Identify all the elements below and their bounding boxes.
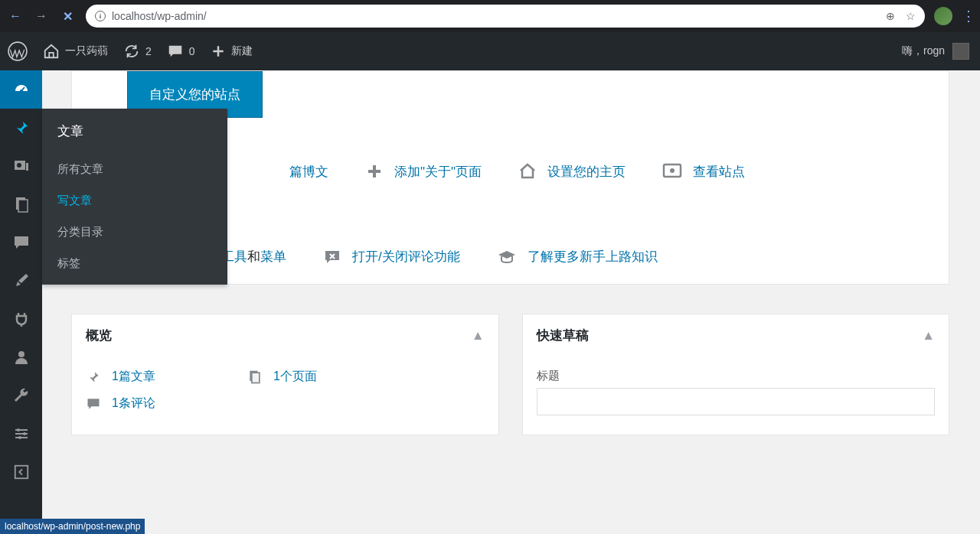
pin-icon [12,119,31,137]
svg-point-9 [17,428,20,431]
updates-count: 2 [145,45,152,57]
comment-off-icon [323,249,341,265]
toggle-comments-link[interactable]: 打开/关闭评论功能 [323,248,460,265]
address-bar[interactable]: localhost/wp-admin/ ⊕ ☆ [86,5,925,28]
site-info-icon[interactable] [95,11,106,21]
pin-icon [86,370,101,385]
browser-toolbar: ← → ✕ localhost/wp-admin/ ⊕ ☆ ⋮ [0,0,980,32]
view-site-link[interactable]: 查看站点 [662,163,745,181]
svg-rect-5 [26,163,28,171]
comment-icon [86,396,101,412]
comments-stat[interactable]: 1条评论 [86,396,485,412]
new-text: 新建 [231,44,253,58]
svg-rect-12 [15,466,28,479]
sidebar-comments[interactable] [0,223,42,262]
brush-icon [12,272,31,290]
collapse-icon [13,464,30,480]
dashboard-icon [12,80,31,99]
browser-status-bar: localhost/wp-admin/post-new.php [0,519,145,534]
more-actions-heading: 更多操作 [127,211,949,230]
quick-draft-header[interactable]: 快速草稿 ▲ [523,314,949,357]
plus-icon [211,44,226,59]
wrench-icon [12,386,31,405]
media-icon [12,157,31,175]
home-icon [518,162,537,181]
user-greeting: 嗨，rogn [902,44,945,58]
submenu-categories[interactable]: 分类目录 [42,217,227,248]
learn-more-link[interactable]: 了解更多新手上路知识 [497,248,658,265]
new-content-link[interactable]: 新建 [203,32,260,70]
quick-draft-panel: 快速草稿 ▲ 标题 [522,314,950,435]
pages-icon [12,195,31,213]
plugin-icon [12,310,31,328]
user-icon [12,348,31,366]
collapse-caret-icon: ▲ [472,328,485,344]
comment-icon [167,43,184,60]
sidebar-posts[interactable]: 文章 所有文章 写文章 分类目录 标签 [0,109,42,147]
refresh-icon [123,43,140,60]
overview-panel-header[interactable]: 概览 ▲ [72,314,498,357]
site-name-link[interactable]: 一只蒟蒻 [35,32,116,70]
svg-point-10 [23,432,26,435]
forward-button[interactable]: → [32,7,51,25]
sidebar-plugins[interactable] [0,300,42,338]
collapse-caret-icon: ▲ [922,328,935,344]
submenu-tags[interactable]: 标签 [42,248,227,285]
svg-rect-19 [252,373,260,383]
svg-point-4 [17,163,21,168]
comments-icon [12,233,31,252]
sidebar-collapse[interactable] [0,453,42,491]
posts-stat[interactable]: 1篇文章 [86,369,155,385]
sidebar-users[interactable] [0,338,42,376]
stop-button[interactable]: ✕ [58,7,77,25]
wordpress-icon [8,41,28,61]
write-post-link[interactable]: 篇博文 [289,163,328,181]
add-about-page-link[interactable]: 添加"关于"页面 [365,162,482,181]
site-name-text: 一只蒟蒻 [65,44,108,58]
submenu-title[interactable]: 文章 [42,109,227,154]
svg-point-14 [670,168,675,173]
svg-point-11 [18,436,21,439]
admin-sidebar: 文章 所有文章 写文章 分类目录 标签 [0,70,42,534]
sliders-icon [12,425,31,443]
sidebar-media[interactable] [0,147,42,185]
bookmark-icon[interactable]: ☆ [906,10,916,22]
set-homepage-link[interactable]: 设置您的主页 [518,162,626,181]
comments-count: 0 [189,45,195,57]
quick-links-row-1: 篇博文 添加"关于"页面 设置您的主页 查看站点 [127,162,949,181]
user-avatar-icon [952,43,969,60]
submenu-new-post[interactable]: 写文章 [42,185,227,217]
pages-icon [247,370,263,385]
wp-admin-bar: 一只蒟蒻 2 0 新建 嗨，rogn [0,32,980,70]
pages-stat[interactable]: 1个页面 [247,369,317,385]
overview-panel: 概览 ▲ 1篇文章 1个页面 [71,314,499,435]
browser-menu-icon[interactable]: ⋮ [962,8,974,24]
view-icon [662,163,682,180]
learn-icon [497,249,517,265]
sidebar-tools[interactable] [0,376,42,415]
comments-link[interactable]: 0 [159,32,203,70]
back-button[interactable]: ← [6,7,24,25]
sidebar-dashboard[interactable] [0,70,42,109]
svg-rect-7 [18,200,28,212]
updates-link[interactable]: 2 [116,32,159,70]
home-icon [43,43,60,60]
quick-links-row-2: 管理边栏小工具和菜单 打开/关闭评论功能 了解更多新手上路知识 [127,248,949,265]
zoom-icon[interactable]: ⊕ [886,10,895,22]
svg-point-8 [18,351,24,357]
wp-logo[interactable] [0,32,35,70]
sidebar-appearance[interactable] [0,262,42,300]
sidebar-pages[interactable] [0,185,42,223]
profile-avatar[interactable] [934,7,952,25]
sidebar-settings[interactable] [0,415,42,453]
draft-title-input[interactable] [537,388,936,415]
draft-title-label: 标题 [537,369,936,383]
url-text: localhost/wp-admin/ [112,10,207,22]
posts-submenu: 文章 所有文章 写文章 分类目录 标签 [42,109,227,285]
user-menu[interactable]: 嗨，rogn [902,43,980,60]
submenu-all-posts[interactable]: 所有文章 [42,154,227,185]
plus-icon [365,162,384,181]
